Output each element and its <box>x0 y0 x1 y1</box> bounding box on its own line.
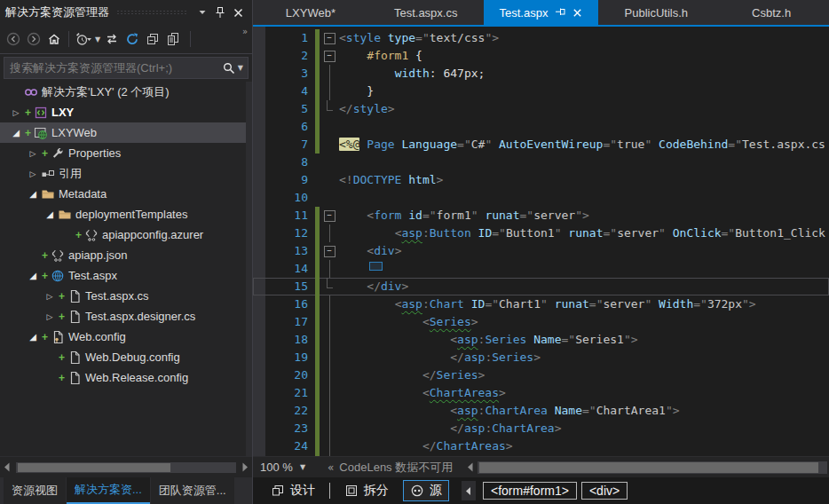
search-icon[interactable] <box>220 59 238 77</box>
fold-collapse-icon[interactable]: − <box>320 29 339 47</box>
source-view-button[interactable]: 源 <box>403 480 449 501</box>
scroll-left-icon[interactable] <box>0 461 14 475</box>
design-view-button[interactable]: 设计 <box>264 480 322 501</box>
code-line-18[interactable]: 18 <asp:Series Name="Series1"> <box>253 331 829 349</box>
code-line-6[interactable]: 6 <box>253 118 829 136</box>
tree-item-test.aspx.cs[interactable]: ▷+Test.aspx.cs <box>0 286 246 306</box>
tool-tab-other[interactable]: 团队资源管... <box>151 477 234 504</box>
scrollbar-thumb[interactable] <box>479 462 818 473</box>
tree-item-metadata[interactable]: ◢Metadata <box>0 184 246 204</box>
code-line-2[interactable]: 2− #form1 { <box>253 47 829 65</box>
collapse-arrow-icon[interactable]: ◢ <box>26 189 40 199</box>
code-line-8[interactable]: 8 <box>253 154 829 171</box>
code-editor[interactable]: 1−<style type="text/css">2− #form1 {3 wi… <box>253 27 829 457</box>
code-line-10[interactable]: 10 <box>253 189 829 207</box>
tree-item--[interactable]: ▷引用 <box>0 163 246 184</box>
fold-collapse-icon[interactable]: − <box>320 242 339 260</box>
history-dropdown-icon[interactable]: ▼ <box>95 35 100 43</box>
collapse-arrow-icon[interactable]: ◢ <box>43 209 57 219</box>
tree-item-test.aspx[interactable]: ◢+Test.aspx <box>0 265 246 286</box>
code-line-22[interactable]: 22 <asp:ChartArea Name="ChartArea1"> <box>253 402 829 420</box>
tree-item-web.config[interactable]: ◢+Web.config <box>0 327 246 347</box>
code-line-16[interactable]: 16 <asp:Chart ID="Chart1" runat="server"… <box>253 295 829 313</box>
sync-active-document-icon[interactable] <box>103 30 121 48</box>
editor-horizontal-scrollbar[interactable] <box>478 461 827 474</box>
tree-item-apiapp.json[interactable]: +apiapp.json <box>0 245 246 265</box>
toolbar-overflow-icon[interactable]: » <box>242 27 249 36</box>
close-icon[interactable] <box>229 4 247 21</box>
code-line-11[interactable]: 11− <form id="form1" runat="server"> <box>253 207 829 224</box>
scroll-left-icon[interactable] <box>463 461 478 475</box>
code-line-15[interactable]: 15 </div> <box>253 278 829 295</box>
code-line-7[interactable]: 7<%@ Page Language="C#" AutoEventWireup=… <box>253 136 829 154</box>
code-line-17[interactable]: 17 <Series> <box>253 313 829 331</box>
close-icon[interactable] <box>572 8 582 18</box>
code-line-19[interactable]: 19 </asp:Series> <box>253 349 829 366</box>
tree-vertical-scrollbar[interactable] <box>246 82 252 457</box>
code-line-13[interactable]: 13− <div> <box>253 242 829 260</box>
tree-item-web.release.config[interactable]: +Web.Release.config <box>0 367 246 388</box>
breadcrumb-tag[interactable]: <form#form1> <box>483 482 577 500</box>
code-text: <asp:Button ID="Button1" runat="server" … <box>339 224 825 242</box>
scrollbar-track[interactable] <box>16 462 236 473</box>
code-line-14[interactable]: 14 <box>253 260 829 278</box>
home-icon[interactable] <box>45 30 63 48</box>
code-line-20[interactable]: 20 </Series> <box>253 366 829 384</box>
code-line-23[interactable]: 23 </asp:ChartArea> <box>253 420 829 437</box>
code-line-21[interactable]: 21 <ChartAreas> <box>253 384 829 402</box>
expand-arrow-icon[interactable]: ▷ <box>26 149 40 158</box>
code-line-5[interactable]: 5</style> <box>253 100 829 118</box>
codelens-chevron-icon[interactable]: « <box>328 461 334 474</box>
code-line-3[interactable]: 3 width: 647px; <box>253 65 829 83</box>
collapse-arrow-icon[interactable]: ◢ <box>26 332 40 342</box>
tree-item-label: Web.config <box>68 330 126 343</box>
zoom-selector[interactable]: 100 % ▼ <box>253 461 319 474</box>
tree-item-properties[interactable]: ▷+Properties <box>0 143 246 163</box>
tab-test.aspx[interactable]: Test.aspx <box>484 0 599 25</box>
fold-collapse-icon[interactable]: − <box>320 47 339 65</box>
pin-icon[interactable] <box>211 4 229 21</box>
tree-item-deploymenttemplates[interactable]: ◢deploymentTemplates <box>0 204 246 224</box>
pin-icon[interactable] <box>554 7 566 18</box>
tree-horizontal-scrollbar[interactable] <box>0 456 252 477</box>
expand-arrow-icon[interactable]: ▷ <box>43 292 57 301</box>
scroll-right-icon[interactable] <box>238 461 252 475</box>
solution-explorer-titlebar[interactable]: 解决方案资源管理器 <box>0 0 252 25</box>
collapse-arrow-icon[interactable]: ◢ <box>9 128 23 138</box>
history-icon[interactable] <box>75 30 92 48</box>
search-input[interactable] <box>4 61 220 75</box>
scrollbar-thumb[interactable] <box>18 463 170 472</box>
code-line-4[interactable]: 4 } <box>253 83 829 100</box>
tab-csbtz.h[interactable]: Csbtz.h <box>714 0 829 25</box>
expand-arrow-icon[interactable]: ▷ <box>9 108 23 117</box>
code-line-12[interactable]: 12 <asp:Button ID="Button1" runat="serve… <box>253 224 829 242</box>
window-position-chevron-icon[interactable] <box>193 4 211 21</box>
tab-test.aspx.cs[interactable]: Test.aspx.cs <box>368 0 484 25</box>
forward-icon[interactable] <box>25 30 43 48</box>
split-view-button[interactable]: 拆分 <box>337 480 396 501</box>
breadcrumb-tag[interactable]: <div> <box>581 482 628 500</box>
preview-selected-items-icon[interactable] <box>164 30 182 48</box>
collapse-all-icon[interactable] <box>144 30 162 48</box>
tab-lxyweb[interactable]: LXYWeb* <box>253 0 368 25</box>
tree-item-apiappconfig.azurer[interactable]: +apiappconfig.azurer <box>0 224 246 245</box>
tool-tab-other[interactable]: 资源视图 <box>4 477 66 504</box>
tree-item-lxyweb[interactable]: ◢+LXYWeb <box>0 122 246 143</box>
tree-item-lxy[interactable]: ▷+LXY <box>0 102 246 122</box>
expand-arrow-icon[interactable]: ▷ <box>26 169 40 178</box>
search-dropdown-icon[interactable]: ▼ <box>238 64 248 72</box>
code-line-1[interactable]: 1−<style type="text/css"> <box>253 29 829 47</box>
code-line-24[interactable]: 24 </ChartAreas> <box>253 437 829 455</box>
tool-tab-solution-explorer[interactable]: 解决方案资... <box>67 477 150 504</box>
tree-item-web.debug.config[interactable]: +Web.Debug.config <box>0 347 246 367</box>
fold-collapse-icon[interactable]: − <box>320 207 339 224</box>
refresh-icon[interactable] <box>123 30 141 48</box>
back-icon[interactable] <box>4 30 22 48</box>
tree-item--lxy-2-[interactable]: 解决方案'LXY' (2 个项目) <box>0 82 246 102</box>
expand-arrow-icon[interactable]: ▷ <box>43 312 57 321</box>
tree-item-test.aspx.designer.cs[interactable]: ▷+Test.aspx.designer.cs <box>0 306 246 327</box>
collapse-arrow-icon[interactable]: ◢ <box>26 271 40 280</box>
breadcrumb-back-icon[interactable] <box>462 481 476 500</box>
tab-publicutils.h[interactable]: PublicUtils.h <box>598 0 714 25</box>
code-line-9[interactable]: 9<!DOCTYPE html> <box>253 171 829 189</box>
